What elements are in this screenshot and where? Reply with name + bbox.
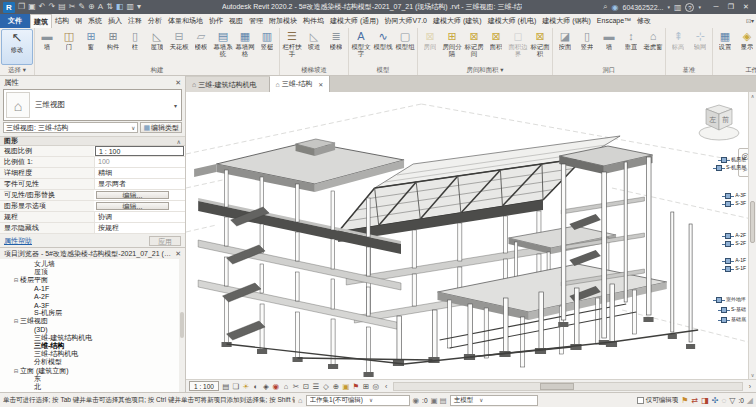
checkbox-icon[interactable] <box>637 397 644 404</box>
ribbon-button[interactable]: ◺屋顶 <box>146 29 168 51</box>
quick-access-icon[interactable]: A <box>98 2 103 12</box>
ribbon-button[interactable]: ▯竖井 <box>576 29 598 51</box>
viewcube[interactable]: 左 前 <box>696 97 742 143</box>
level-tag[interactable]: S-基础 <box>718 306 746 312</box>
browser-tree-item[interactable]: A-3F <box>0 301 185 309</box>
view-control-icon[interactable]: ▤ <box>221 381 231 392</box>
ribbon-tab[interactable]: 构件坞 <box>300 14 327 28</box>
selection-tool-icon[interactable]: ⚑ <box>681 395 688 406</box>
level-tag[interactable]: 机房层 <box>718 156 746 162</box>
account-caret-icon[interactable]: ▾ <box>667 4 670 10</box>
view-control-icon[interactable]: ☀ <box>241 381 251 392</box>
ribbon-button[interactable]: ⊠房间 <box>419 29 441 51</box>
browser-tree-item[interactable]: 三维-结构机电 <box>0 350 185 358</box>
ribbon-button[interactable]: ⊠面积 <box>485 29 507 51</box>
view-tab[interactable]: ⌂ 三维-建筑结构机电 <box>186 77 270 92</box>
view-scale-button[interactable]: 1 : 100 <box>189 381 219 391</box>
ribbon-tab[interactable]: 协作 <box>206 14 226 28</box>
view-tab[interactable]: ⌂ 三维-结构 ✕ <box>270 76 331 92</box>
tab-overflow-icon[interactable]: ⊡▾ <box>746 14 754 28</box>
ribbon-button[interactable]: ↕垂直 <box>620 29 642 51</box>
ribbon-tab[interactable]: 文件 <box>0 14 30 28</box>
view-control-icon[interactable]: ⊞ <box>361 381 371 392</box>
view-control-icon[interactable]: ◉ <box>271 381 281 392</box>
ribbon-button[interactable]: ▯柱 <box>124 29 146 51</box>
ribbon-button[interactable]: ▦幕墙网格 <box>234 29 256 58</box>
view-control-icon[interactable]: ◈ <box>261 381 271 392</box>
search-icon[interactable]: ⌕ <box>603 2 607 12</box>
level-tag[interactable]: S-3F <box>722 200 746 206</box>
property-row[interactable]: 零件可见性 显示两者 <box>0 179 185 190</box>
properties-help-link[interactable]: 属性帮助 <box>4 236 32 246</box>
view-control-icon[interactable]: ⚑ <box>351 381 361 392</box>
editable-only-checkbox[interactable]: 仅可编辑项 <box>637 396 679 405</box>
ribbon-button[interactable]: ⊹轴网 <box>689 29 711 51</box>
quick-access-icon[interactable]: ✎ <box>78 2 85 12</box>
editing-requests-icon[interactable]: ◉ <box>413 396 420 405</box>
ribbon-button[interactable]: ▦设置 <box>714 29 736 51</box>
workset-select[interactable]: 工作集1(不可编辑)∨ <box>306 395 410 406</box>
ribbon-button[interactable]: ⊠标记面积 <box>529 29 551 58</box>
quick-access-icon[interactable]: ↷ <box>48 2 55 12</box>
view-control-icon[interactable]: ⊡ <box>301 381 311 392</box>
edit-type-button[interactable]: ▦ 编辑类型 <box>140 122 182 133</box>
ribbon-button[interactable]: ⊞构件 <box>102 29 124 51</box>
view-control-icon[interactable]: ☰ <box>311 381 321 392</box>
tree-expand-icon[interactable]: ⊟ <box>12 368 20 374</box>
view-control-icon[interactable]: ◎ <box>371 381 381 392</box>
quick-access-icon[interactable]: ⊕ <box>88 2 95 12</box>
ribbon-tab[interactable]: 建模大师 (机电) <box>485 14 540 28</box>
ribbon-tab[interactable]: 钢 <box>72 14 85 28</box>
filter-icon[interactable]: ▽ <box>729 395 735 406</box>
property-value[interactable]: 精细 <box>94 168 185 178</box>
selection-tool-icon[interactable]: ⇄ <box>692 395 699 406</box>
resize-grip-icon[interactable]: ◢ <box>747 396 753 405</box>
browser-tree-item[interactable]: 三维-结构 <box>0 342 185 350</box>
ribbon-tab[interactable]: 建模大师 (通用) <box>327 14 382 28</box>
element-selector[interactable]: 三维视图: 三维-结构∨ <box>3 122 138 133</box>
view-control-icon[interactable]: ✂ <box>291 381 301 392</box>
level-tag[interactable]: S-2F <box>722 240 746 246</box>
ribbon-tab[interactable]: 建筑 <box>30 14 52 28</box>
ribbon-button[interactable]: ☰栏杆扶手 <box>281 29 303 58</box>
help-caret-icon[interactable]: ▾ <box>698 4 701 10</box>
ribbon-tab[interactable]: Enscape™ <box>594 14 634 28</box>
quick-access-icon[interactable]: ❐ <box>18 2 25 12</box>
view-control-icon[interactable]: ⌂ <box>281 381 291 392</box>
ribbon-button[interactable]: ⊠标记房间 <box>463 29 485 58</box>
quick-access-icon[interactable]: ▾ <box>137 2 141 12</box>
property-row[interactable]: 详细程度 精细 <box>0 168 185 179</box>
model-viewport[interactable]: 左 前 ◎⌕ 机房层 S-机房层 A-3F S-3F <box>186 92 756 392</box>
ribbon-tab[interactable]: 附加模块 <box>266 14 300 28</box>
property-value[interactable]: 协调 <box>94 212 185 222</box>
browser-tree-item[interactable]: 北 <box>0 383 185 391</box>
ribbon-button[interactable]: ▬墙 <box>36 29 58 51</box>
level-tag[interactable]: A-3F <box>722 192 746 198</box>
ribbon-tab[interactable]: 体量和场地 <box>165 14 206 28</box>
ribbon-button[interactable]: ⊟天花板 <box>168 29 190 51</box>
apply-button[interactable]: 应用 <box>149 236 181 246</box>
ribbon-button[interactable]: ◪按面 <box>554 29 576 51</box>
ribbon-button[interactable]: ⊞房间分隔 <box>441 29 463 58</box>
design-option-select[interactable]: 主模型∨ <box>450 395 538 406</box>
browser-tree-item[interactable]: ⊟ 三维视图 <box>0 317 185 325</box>
section-header-graphics[interactable]: 图形 ∧ <box>0 136 185 146</box>
chevron-down-icon[interactable]: ▾ <box>174 102 179 109</box>
view-control-icon[interactable]: ▣ <box>341 381 351 392</box>
browser-tree-item[interactable]: ⊟ 立面 (建筑立面) <box>0 366 185 374</box>
collapse-icon[interactable]: ∧ <box>177 138 181 145</box>
ribbon-tab[interactable]: 分析 <box>145 14 165 28</box>
property-row[interactable]: 可见性/图形替换 编辑... <box>0 190 185 201</box>
browser-tree-item[interactable]: (3D) <box>0 326 185 334</box>
horizontal-scrollbar[interactable] <box>393 382 742 391</box>
user-icon[interactable]: ◉ <box>612 3 619 12</box>
property-row[interactable]: 显示隐藏线 按规程 <box>0 223 185 234</box>
chevron-down-icon[interactable]: ∨ <box>369 397 373 403</box>
level-tag[interactable]: S-1F <box>722 265 746 271</box>
property-row[interactable]: 图形显示选项 编辑... <box>0 201 185 212</box>
ribbon-button[interactable]: ▬墙 <box>598 29 620 51</box>
ribbon-button[interactable]: ≣楼梯 <box>325 29 347 51</box>
ribbon-tab[interactable]: 建模大师 (钢构) <box>539 14 594 28</box>
property-value[interactable]: 显示两者 <box>94 179 185 189</box>
property-value[interactable]: 按规程 <box>94 223 185 233</box>
